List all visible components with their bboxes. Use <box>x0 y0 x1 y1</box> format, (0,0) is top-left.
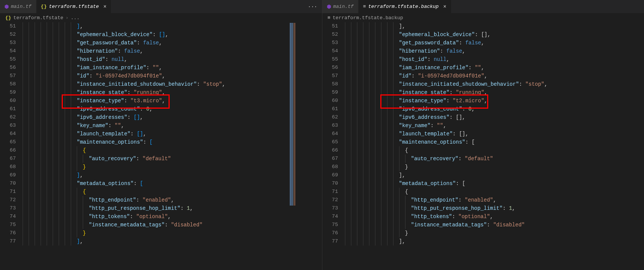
code-line[interactable]: { <box>23 188 288 196</box>
code-line[interactable]: ], <box>23 171 288 179</box>
line-number: 61 <box>0 105 16 113</box>
tab-terraform-tfstate[interactable]: {}terraform.tfstate× <box>36 0 112 13</box>
code-line[interactable]: ], <box>23 237 288 246</box>
code-area-left[interactable]: 5152535455565758596061626364656667686970… <box>0 22 322 270</box>
code-line[interactable]: "iam_instance_profile": "", <box>23 64 288 72</box>
tab-overflow-menu[interactable]: ··· <box>303 0 322 13</box>
code-line[interactable]: "iam_instance_profile": "", <box>345 64 644 72</box>
code-line[interactable]: "metadata_options": [ <box>345 179 644 188</box>
tab-main-tf[interactable]: ⬢main.tf <box>0 0 36 13</box>
line-number: 53 <box>0 39 16 47</box>
line-number: 55 <box>322 55 338 64</box>
code-line[interactable]: "id": "i-05974ed7db094f01e", <box>23 72 288 80</box>
code-line[interactable]: "metadata_options": [ <box>23 179 288 188</box>
line-number: 77 <box>0 237 16 246</box>
minimap[interactable]: ████████ ████████████ ████████████ █████… <box>288 22 322 270</box>
code-line[interactable]: "maintenance_options": [ <box>345 138 644 146</box>
code-line[interactable]: { <box>345 146 644 155</box>
line-gutter: 5152535455565758596061626364656667686970… <box>0 22 23 270</box>
code-line[interactable]: ], <box>345 171 644 179</box>
breadcrumb-rest: ... <box>71 15 79 21</box>
code-line[interactable]: "launch_template": [], <box>345 130 644 138</box>
line-number: 51 <box>0 22 16 30</box>
breadcrumb-right[interactable]: ≡ terraform.tfstate.backup <box>322 13 644 22</box>
code-line[interactable]: "ephemeral_block_device": [], <box>23 30 288 39</box>
line-number: 77 <box>322 237 338 246</box>
code-line[interactable]: "hibernation": false, <box>23 47 288 55</box>
code-line[interactable]: "http_put_response_hop_limit": 1, <box>345 204 644 212</box>
close-icon[interactable]: × <box>103 4 106 10</box>
code-line[interactable]: "auto_recovery": "default" <box>345 155 644 163</box>
code-line[interactable]: "host_id": null, <box>23 55 288 64</box>
code-line[interactable]: "maintenance_options": [ <box>23 138 288 146</box>
json-icon: {} <box>41 4 47 9</box>
code-line[interactable]: ], <box>345 237 644 246</box>
code-line[interactable]: "instance_initiated_shutdown_behavior": … <box>345 80 644 88</box>
code-line[interactable]: "host_id": null, <box>345 55 644 64</box>
code-area-right[interactable]: 5152535455565758596061626364656667686970… <box>322 22 644 270</box>
terraform-icon: ⬢ <box>5 4 9 10</box>
code-line[interactable]: } <box>23 163 288 171</box>
line-gutter: 5152535455565758596061626364656667686970… <box>322 22 345 270</box>
line-number: 73 <box>322 204 338 212</box>
split-editor: ⬢main.tf{}terraform.tfstate×··· {} terra… <box>0 0 644 270</box>
tab-main-tf[interactable]: ⬢main.tf <box>322 0 359 13</box>
line-number: 59 <box>322 88 338 97</box>
code-line[interactable]: "ipv6_address_count": 0, <box>23 105 288 113</box>
line-number: 64 <box>322 130 338 138</box>
line-number: 73 <box>0 204 16 212</box>
json-icon: {} <box>5 15 11 21</box>
code-line[interactable]: ], <box>345 22 644 30</box>
code-line[interactable]: "instance_type": "t2.micro", <box>345 97 644 105</box>
code-content[interactable]: ],"ephemeral_block_device": [],"get_pass… <box>23 22 288 270</box>
editor-pane-left: ⬢main.tf{}terraform.tfstate×··· {} terra… <box>0 0 322 270</box>
code-line[interactable]: "http_endpoint": "enabled", <box>345 196 644 204</box>
code-line[interactable]: "key_name": "", <box>345 121 644 130</box>
code-line[interactable]: "instance_type": "t3.micro", <box>23 97 288 105</box>
line-number: 59 <box>0 88 16 97</box>
line-number: 68 <box>322 163 338 171</box>
line-number: 55 <box>0 55 16 64</box>
code-content[interactable]: ],"ephemeral_block_device": [],"get_pass… <box>345 22 644 270</box>
close-icon[interactable]: × <box>443 4 446 10</box>
line-number: 57 <box>322 72 338 80</box>
line-number: 60 <box>0 97 16 105</box>
breadcrumb-file: terraform.tfstate.backup <box>333 15 403 21</box>
code-line[interactable]: "launch_template": [], <box>23 130 288 138</box>
tab-terraform-tfstate-backup[interactable]: ≡terraform.tfstate.backup× <box>358 0 451 13</box>
line-number: 64 <box>0 130 16 138</box>
file-icon: ≡ <box>363 4 366 9</box>
code-line[interactable]: ], <box>23 22 288 30</box>
line-number: 68 <box>0 163 16 171</box>
code-line[interactable]: "key_name": "", <box>23 121 288 130</box>
code-line[interactable]: "instance_initiated_shutdown_behavior": … <box>23 80 288 88</box>
code-line[interactable]: "instance_metadata_tags": "disabled" <box>23 221 288 229</box>
code-line[interactable]: "id": "i-05974ed7db094f01e", <box>345 72 644 80</box>
code-line[interactable]: "get_password_data": false, <box>345 39 644 47</box>
code-line[interactable]: } <box>345 229 644 237</box>
line-number: 56 <box>322 64 338 72</box>
code-line[interactable]: "ephemeral_block_device": [], <box>345 30 644 39</box>
code-line[interactable]: } <box>23 229 288 237</box>
code-line[interactable]: "http_endpoint": "enabled", <box>23 196 288 204</box>
breadcrumb-left[interactable]: {} terraform.tfstate › ... <box>0 13 322 22</box>
code-line[interactable]: "hibernation": false, <box>345 47 644 55</box>
code-line[interactable]: "ipv6_addresses": [], <box>345 113 644 121</box>
code-line[interactable]: "instance_state": "running", <box>23 88 288 97</box>
code-line[interactable]: "instance_state": "running", <box>345 88 644 97</box>
code-line[interactable]: "instance_metadata_tags": "disabled" <box>345 221 644 229</box>
code-line[interactable]: "ipv6_addresses": [], <box>23 113 288 121</box>
code-line[interactable]: "get_password_data": false, <box>23 39 288 47</box>
code-line[interactable]: "http_put_response_hop_limit": 1, <box>23 204 288 212</box>
code-line[interactable]: "http_tokens": "optional", <box>345 212 644 221</box>
line-number: 58 <box>0 80 16 88</box>
code-line[interactable]: "http_tokens": "optional", <box>23 212 288 221</box>
code-line[interactable]: { <box>23 146 288 155</box>
code-line[interactable]: } <box>345 163 644 171</box>
code-line[interactable]: "auto_recovery": "default" <box>23 155 288 163</box>
line-number: 62 <box>0 113 16 121</box>
tab-label: terraform.tfstate <box>49 4 99 9</box>
code-line[interactable]: { <box>345 188 644 196</box>
tab-label: main.tf <box>333 4 354 9</box>
code-line[interactable]: "ipv6_address_count": 0, <box>345 105 644 113</box>
